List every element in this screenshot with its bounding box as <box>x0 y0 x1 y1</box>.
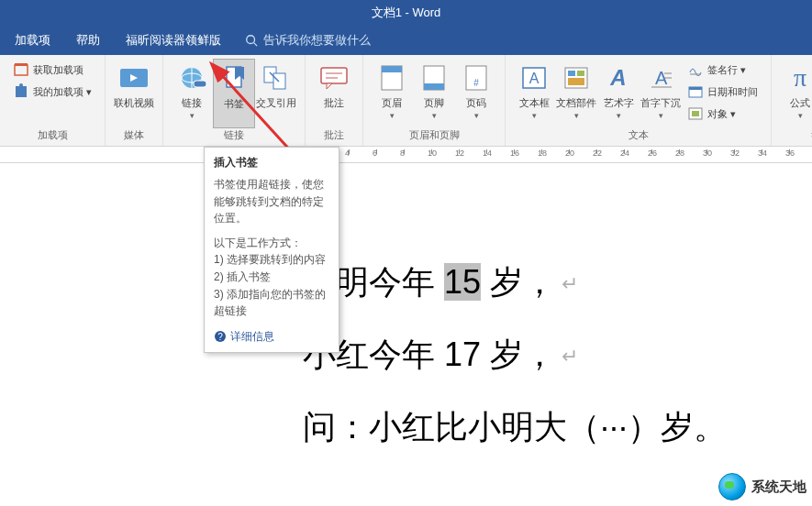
group-label-addins: 加载项 <box>38 128 68 144</box>
pagenum-button[interactable]: # 页码▾ <box>455 59 497 128</box>
object-icon <box>687 105 704 122</box>
svg-rect-2 <box>15 65 28 75</box>
crossref-icon <box>261 62 292 94</box>
help-icon: ? <box>214 330 227 343</box>
svg-text:A: A <box>609 65 626 90</box>
wordart-button[interactable]: A 艺术字▾ <box>597 59 640 128</box>
bookmark-icon <box>218 63 250 94</box>
pi-icon: π <box>784 62 812 94</box>
menu-bar: 加载项 帮助 福昕阅读器领鲜版 告诉我你想要做什么 <box>0 26 812 55</box>
footer-icon <box>418 62 450 94</box>
app-title: 文档1 - Word <box>372 5 441 21</box>
svg-rect-39 <box>689 87 702 90</box>
group-label-links: 链接 <box>224 128 244 144</box>
video-icon <box>118 62 150 94</box>
dropcap-icon: A <box>645 62 676 94</box>
svg-marker-17 <box>327 83 332 89</box>
document-body[interactable]: 小明今年 15 岁，↵ 小红今年 17 岁，↵ 问：小红比小明大（···）岁。 <box>0 163 812 464</box>
svg-rect-4 <box>16 86 27 97</box>
group-label-comments: 批注 <box>324 128 344 144</box>
svg-point-5 <box>19 83 23 87</box>
group-label-media: 媒体 <box>124 128 144 144</box>
selected-text[interactable]: 15 <box>444 263 481 301</box>
wordart-icon: A <box>603 62 634 94</box>
link-button[interactable]: 链接 ▾ <box>171 59 213 128</box>
my-addins-button[interactable]: 我的加载项 ▾ <box>11 82 94 101</box>
svg-rect-11 <box>194 81 206 87</box>
dropcap-button[interactable]: A 首字下沉▾ <box>640 59 682 128</box>
globe-icon <box>718 473 746 500</box>
paragraph-mark: ↵ <box>562 345 578 368</box>
svg-point-0 <box>247 36 255 44</box>
tooltip-step2: 2) 插入书签 <box>214 269 329 286</box>
svg-rect-41 <box>692 111 699 116</box>
tooltip-step3: 3) 添加指向您的书签的超链接 <box>214 286 329 320</box>
calendar-icon <box>687 83 704 100</box>
svg-rect-30 <box>577 71 584 76</box>
group-label-text: 文本 <box>628 128 649 144</box>
footer-button[interactable]: 页脚▾ <box>413 59 455 128</box>
link-icon <box>176 62 207 94</box>
equation-button[interactable]: π 公式▾ <box>779 59 812 128</box>
svg-rect-31 <box>568 78 584 85</box>
get-addins-button[interactable]: 获取加载项 <box>11 60 85 79</box>
tooltip-title: 插入书签 <box>214 155 329 170</box>
paragraph-mark: ↵ <box>562 272 578 295</box>
watermark-logo: 系统天地 <box>718 473 806 500</box>
horizontal-ruler[interactable]: 4681012141618202224262830323436 <box>0 147 812 163</box>
group-text: A 文本框▾ 文档部件▾ A 艺术字▾ A 首字下沉▾ 签名行▾ <box>506 55 772 146</box>
doc-line-3: 问：小红比小明大（···）岁。 <box>303 390 812 463</box>
svg-rect-29 <box>568 71 575 76</box>
bookmark-button[interactable]: 书签 <box>213 59 255 128</box>
textbox-button[interactable]: A 文本框▾ <box>513 59 555 128</box>
ribbon: 获取加载项 我的加载项 ▾ 加载项 联机视频 媒体 链接 ▾ <box>0 55 812 147</box>
doc-line-1: 小明今年 15 岁，↵ <box>303 246 812 318</box>
search-icon <box>245 34 258 47</box>
title-bar: 文档1 - Word <box>0 0 812 26</box>
online-video-button[interactable]: 联机视频 <box>113 59 155 128</box>
pagenum-icon: # <box>461 62 492 94</box>
doc-line-2: 小红今年 17 岁，↵ <box>303 318 812 390</box>
comment-button[interactable]: 批注 <box>313 59 355 128</box>
svg-rect-3 <box>15 63 28 66</box>
tooltip-more-link[interactable]: ? 详细信息 <box>214 329 329 345</box>
group-label-headerfooter: 页眉和页脚 <box>409 128 460 144</box>
bookmark-tooltip: 插入书签 书签使用超链接，使您能够跳转到文档的特定位置。 以下是工作方式： 1)… <box>204 147 339 353</box>
store-icon <box>13 61 29 78</box>
header-icon <box>376 62 407 94</box>
svg-rect-23 <box>424 83 444 90</box>
group-addins: 获取加载项 我的加载项 ▾ 加载项 <box>0 55 106 146</box>
tab-addins[interactable]: 加载项 <box>2 26 63 55</box>
textbox-icon: A <box>518 62 550 94</box>
cross-ref-button[interactable]: 交叉引用 <box>255 59 297 128</box>
tooltip-desc: 书签使用超链接，使您能够跳转到文档的特定位置。 <box>214 176 329 227</box>
group-comments: 批注 批注 <box>306 55 363 146</box>
group-symbols: π 公式▾ Ω 符号▾ 符号 <box>772 55 812 146</box>
object-button[interactable]: 对象▾ <box>685 104 738 123</box>
tab-help[interactable]: 帮助 <box>63 26 113 55</box>
puzzle-icon <box>13 83 29 100</box>
signature-button[interactable]: 签名行▾ <box>685 60 748 79</box>
svg-text:#: # <box>473 78 479 88</box>
tooltip-step1: 1) 选择要跳转到的内容 <box>214 251 329 269</box>
chevron-down-icon: ▾ <box>86 86 92 98</box>
tab-foxit[interactable]: 福昕阅读器领鲜版 <box>113 26 234 55</box>
signature-icon <box>687 61 704 78</box>
svg-rect-21 <box>382 66 402 72</box>
svg-text:?: ? <box>217 332 223 342</box>
svg-rect-16 <box>321 68 347 83</box>
group-headerfooter: 页眉▾ 页脚▾ # 页码▾ 页眉和页脚 <box>363 55 506 146</box>
quickparts-button[interactable]: 文档部件▾ <box>555 59 597 128</box>
group-media: 联机视频 媒体 <box>106 55 163 146</box>
svg-text:A: A <box>529 71 539 86</box>
datetime-button[interactable]: 日期和时间 <box>685 82 760 101</box>
group-links: 链接 ▾ 书签 交叉引用 链接 <box>163 55 306 146</box>
tooltip-how-title: 以下是工作方式： <box>214 235 329 252</box>
svg-line-1 <box>254 43 258 47</box>
comment-icon <box>318 62 350 94</box>
tell-me-search[interactable]: 告诉我你想要做什么 <box>245 32 371 49</box>
quickparts-icon <box>561 62 592 94</box>
chevron-down-icon: ▾ <box>190 111 195 120</box>
header-button[interactable]: 页眉▾ <box>371 59 413 128</box>
